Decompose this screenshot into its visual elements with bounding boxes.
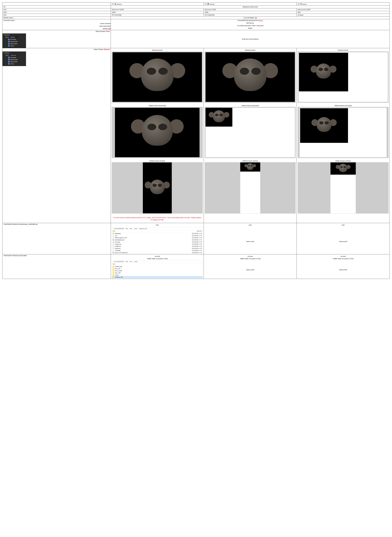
exist-text: exist [112,223,203,227]
doc-icon [112,250,114,251]
file-row[interactable]: icon.png2022/09/08 17:34 [112,241,203,243]
path-part[interactable]: Kha [126,228,128,229]
row-gpu-b: GTX 1060 6GB [204,14,297,16]
kraffiti-msg: "kraffiti" folder not exsists in Tools [298,258,389,260]
kraffiti-msg: "kraffiti" folder not exsists in Tools [205,258,296,260]
folder-row[interactable]: macos [112,274,203,276]
exe-icon [112,243,114,245]
armory-value: ArmorySDK2209 (download from itch.io) [111,19,390,22]
checkbox-maximizable[interactable]: ✓Maximizable [3,58,25,61]
folder-icon [112,274,114,276]
itch-link[interactable]: itch.io [259,20,262,21]
file-row[interactable]: kmake.exe2022/09/08 17:34 [112,243,203,245]
check-icon: ✓ [8,43,10,44]
file-row[interactable]: Datatypes2022/09/08 17:34 [112,233,203,235]
armory-label: Armory3D version [2,19,111,22]
check-icon: ✓ [8,39,10,40]
same-as-left: Same as left [298,269,389,271]
path-part[interactable]: Kha [126,261,128,262]
folder-row[interactable]: windows_x64 [112,276,203,278]
path-part[interactable]: Tools [134,261,137,262]
file-name: LICENSE [115,250,121,251]
checkbox-minimizable[interactable]: ✓Minimizable [3,61,25,63]
armory-value-col: ArmorySDK2209 (download from itch.io) 96… [111,19,390,30]
path-part[interactable]: Kinc [130,261,132,262]
file-name: dxwebsetup.exe [115,239,124,241]
kraffiti-exe-b: exist Same as left [204,223,297,254]
file-name: D3DCompiler_47.dll [115,237,126,238]
path-part[interactable]: Tools [134,228,137,229]
folder-row[interactable]: linux_x64 [112,272,203,274]
row-cpu-label: CPU [2,8,111,11]
folder-icon [112,276,114,278]
empty-header [2,2,111,6]
file-date: 2022/09/08 17:34 [192,241,202,243]
row-gpu-a: RTX 3070 8GB [111,14,204,16]
comparison-table: PC_A (desktop) PC_B (desktop) PC_C (lapt… [2,2,390,279]
path-part[interactable]: ArmorySDK2209 [114,228,124,229]
win-icon [112,239,114,241]
not-exist-text: not exist [298,255,389,258]
explorer-path: › ArmorySDK2209 › Kha › Kinc › Tools › w… [112,227,203,230]
path-part[interactable]: windows_x64 [139,228,147,229]
kraffiti-dir-c: not exist "kraffiti" folder not exsists … [297,254,390,279]
folder-name: windows_x64 [115,276,123,278]
folder-row[interactable]: linux_arm64 [112,270,203,272]
folder-row[interactable]: freebsd_x64 [112,266,203,268]
row-gpu-c: on board [297,14,390,16]
kraffiti-dir-b: not exist "kraffiti" folder not exsists … [204,254,297,279]
kraffiti-msg: "kraffiti" folder not exsists in Tools [112,258,203,260]
row-cpu-b: Intel Core i7-8700 [204,8,297,11]
render-label: Render path [2,28,111,30]
exist-text: exist [205,223,296,227]
same-as-left: Same as left [298,241,389,242]
row-ram-c: 8GB [297,11,390,14]
checkbox-vsync[interactable]: ✓VSync [3,45,25,47]
exe-icon [112,247,114,249]
file-date: 2022/09/08 17:34 [192,239,202,241]
file-row[interactable]: krafix.exe2022/09/08 17:34 [112,247,203,249]
cache-value: un-checked (and push "Clean" every time) [111,24,390,27]
browser-label-cell: Player Runtime: Browser Window Mode Full… [2,48,111,223]
mode-select[interactable]: Fullscreen [9,54,19,56]
col-name: 名前 [112,230,115,232]
kraffiti-exe-label: <PathToSDK>/Kha/Kinc/Tools/windows_x64/k… [2,223,111,254]
row-ram-a: 16GB [111,11,204,14]
chevron-down-icon[interactable] [3,53,4,53]
cache-label: Cache build option [2,25,111,28]
checkbox-resizable[interactable]: ✓Resizable [3,57,25,58]
check-icon: ✓ [8,61,10,62]
file-row[interactable]: yasm-1.2.0-win32.exe2022/09/08 17:34 [112,252,203,254]
folder-name: linux_arm64 [115,270,122,271]
path-part[interactable]: Kinc [130,228,132,229]
scene-res-value: 960*540 pix [111,22,390,24]
file-row[interactable]: D3DCompiler_47.dll2022/09/08 17:34 [112,237,203,239]
render-value: Mobile [111,27,390,29]
kraffiti-exe-a: exist › ArmorySDK2209 › Kha › Kinc › Too… [111,223,204,254]
checkbox-minimizable[interactable]: ✓Minimizable [3,43,25,45]
chevron-down-icon[interactable] [3,35,4,35]
screenshot-mv-c [298,162,389,214]
row-cpu-c: Intel Core i5-1135G7 [297,8,390,11]
mode-select[interactable]: Window [9,36,19,38]
not-exist-text: not exist [112,255,203,258]
shot-title-desktop: Desktop browser [298,49,389,51]
checkbox-resizable[interactable]: ✓Resizable [3,38,25,41]
folder-icon [112,268,114,269]
itch-link[interactable]: itch.io [154,219,158,221]
folder-row[interactable]: linux_arm [112,268,203,270]
checkbox-vsync[interactable]: ✓VSync [3,63,25,65]
file-row[interactable]: LICENSE2022/09/08 17:34 [112,249,203,252]
screenshot-desktop-c [298,52,389,103]
checkbox-maximizable[interactable]: ✓Maximizable [3,41,25,43]
file-date: 2022/09/08 17:34 [192,237,202,238]
file-date: 2022/09/08 17:34 [192,250,202,251]
file-row[interactable]: .git2022/09/08 17:34 [112,235,203,237]
path-part[interactable]: ArmorySDK2209 [114,261,124,262]
file-row[interactable]: dxwebsetup.exe2022/09/08 17:34 [112,239,203,241]
blender-window-panel-krom: Window Mode Window ✓Resizable ✓Maximizab… [2,33,26,48]
row-os-label: OS [2,6,111,8]
file-row[interactable]: kraffiti.exe2022/09/08 17:34 [112,245,203,247]
folder-name: linux_x64 [115,272,120,274]
file-name: yasm-1.2.0-win32.exe [115,252,128,253]
